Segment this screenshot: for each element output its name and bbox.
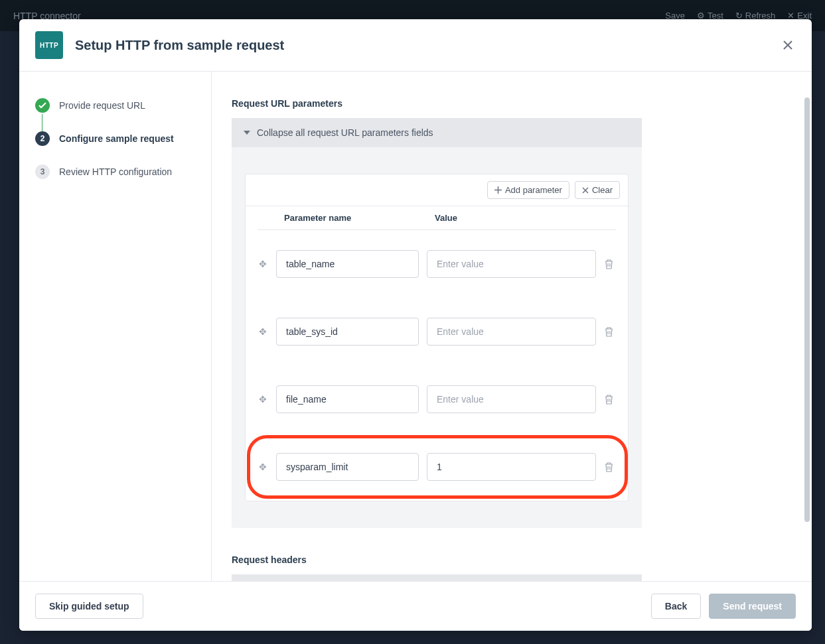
http-icon: HTTP bbox=[35, 31, 63, 59]
col-value: Value bbox=[435, 213, 604, 223]
delete-row-0[interactable] bbox=[604, 259, 616, 269]
trash-icon bbox=[604, 394, 614, 405]
delete-row-3[interactable] bbox=[604, 462, 616, 472]
scrollbar[interactable] bbox=[804, 97, 810, 522]
back-button[interactable]: Back bbox=[651, 594, 701, 619]
clear-button[interactable]: Clear bbox=[575, 181, 620, 199]
request-headers-title: Request headers bbox=[232, 554, 642, 565]
step-1[interactable]: Provide request URL bbox=[35, 98, 195, 131]
collapse-url-params[interactable]: Collapse all request URL parameters fiel… bbox=[232, 118, 642, 147]
url-params-title: Request URL parameters bbox=[232, 98, 642, 109]
step-3-label: Review HTTP configuration bbox=[59, 166, 172, 177]
chevron-down-icon bbox=[244, 131, 250, 135]
clear-label: Clear bbox=[592, 185, 613, 195]
param-name-input-3[interactable] bbox=[276, 453, 419, 481]
param-value-input-2[interactable] bbox=[427, 385, 596, 413]
trash-icon bbox=[604, 462, 614, 472]
modal-header: HTTP Setup HTTP from sample request bbox=[19, 19, 812, 72]
param-row-0: ✥ bbox=[246, 230, 628, 298]
check-icon bbox=[35, 98, 50, 113]
param-row-1: ✥ bbox=[246, 298, 628, 365]
delete-row-2[interactable] bbox=[604, 394, 616, 405]
trash-icon bbox=[604, 326, 614, 337]
modal-footer: Skip guided setup Back Send request bbox=[19, 581, 812, 631]
skip-guided-setup-button[interactable]: Skip guided setup bbox=[35, 594, 143, 619]
add-parameter-label: Add parameter bbox=[505, 185, 562, 195]
param-row-2: ✥ bbox=[246, 365, 628, 433]
step-2-number: 2 bbox=[35, 131, 50, 146]
main-content: Request URL parameters Collapse all requ… bbox=[212, 72, 812, 581]
drag-handle-icon[interactable]: ✥ bbox=[258, 259, 268, 269]
add-parameter-button[interactable]: Add parameter bbox=[487, 181, 569, 199]
delete-row-1[interactable] bbox=[604, 326, 616, 337]
param-name-input-1[interactable] bbox=[276, 318, 419, 346]
step-2[interactable]: 2 Configure sample request bbox=[35, 131, 195, 164]
close-icon bbox=[783, 40, 793, 50]
modal-title: Setup HTTP from sample request bbox=[75, 38, 284, 53]
url-params-table: Add parameter Clear Parameter name Value… bbox=[245, 174, 629, 501]
param-name-input-0[interactable] bbox=[276, 250, 419, 278]
drag-handle-icon[interactable]: ✥ bbox=[258, 394, 268, 405]
param-value-input-3[interactable] bbox=[427, 453, 596, 481]
modal-body: Provide request URL 2 Configure sample r… bbox=[19, 72, 812, 581]
drag-handle-icon[interactable]: ✥ bbox=[258, 462, 268, 472]
param-name-input-2[interactable] bbox=[276, 385, 419, 413]
param-value-input-1[interactable] bbox=[427, 318, 596, 346]
param-row-3: ✥ bbox=[246, 433, 628, 501]
x-icon bbox=[582, 187, 589, 194]
steps-sidebar: Provide request URL 2 Configure sample r… bbox=[19, 72, 212, 581]
params-headers: Parameter name Value bbox=[258, 206, 616, 230]
step-3[interactable]: 3 Review HTTP configuration bbox=[35, 164, 195, 198]
drag-handle-icon[interactable]: ✥ bbox=[258, 326, 268, 337]
url-params-container: Add parameter Clear Parameter name Value… bbox=[232, 147, 642, 528]
step-2-label: Configure sample request bbox=[59, 133, 174, 144]
send-request-button[interactable]: Send request bbox=[709, 594, 796, 619]
plus-icon bbox=[494, 186, 502, 194]
param-value-input-0[interactable] bbox=[427, 250, 596, 278]
params-toolbar: Add parameter Clear bbox=[246, 174, 628, 206]
step-1-label: Provide request URL bbox=[59, 100, 145, 111]
collapse-headers[interactable]: Collapse all request headers fields bbox=[232, 574, 642, 581]
collapse-url-params-label: Collapse all request URL parameters fiel… bbox=[257, 127, 433, 138]
step-connector bbox=[42, 114, 42, 131]
step-3-number: 3 bbox=[35, 164, 50, 179]
col-parameter-name: Parameter name bbox=[269, 213, 435, 223]
setup-modal: HTTP Setup HTTP from sample request Prov… bbox=[19, 19, 812, 631]
trash-icon bbox=[604, 259, 614, 269]
close-button[interactable] bbox=[780, 37, 796, 53]
